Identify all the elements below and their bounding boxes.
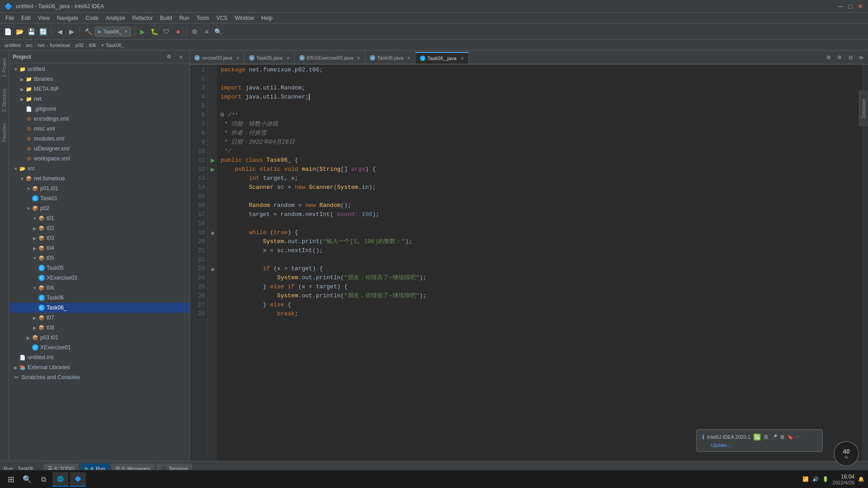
stop-button[interactable]: ■ — [173, 27, 183, 37]
breadcrumb-item-untitled[interactable]: untitled — [5, 42, 20, 48]
tree-item-t05[interactable]: ▼ 📦 t05 — [9, 253, 189, 263]
forward-button[interactable]: ▶ — [66, 27, 76, 37]
tree-toggle-t04[interactable]: ▶ — [32, 246, 38, 251]
fold-indicator-line19[interactable]: ◉ — [208, 228, 217, 237]
tab-close-exercise03[interactable]: ✕ — [236, 56, 240, 61]
tree-toggle-t05[interactable]: ▼ — [32, 256, 38, 261]
notifications-icon[interactable]: 🔔 — [858, 476, 864, 482]
menu-navigate[interactable]: Navigate — [53, 13, 82, 23]
tree-item-uidesigner[interactable]: ⚙ uiDesigner.xml — [9, 144, 189, 154]
menu-window[interactable]: Window — [231, 13, 258, 23]
project-collapse-button[interactable]: ≡ — [176, 52, 186, 62]
start-button[interactable]: ⊞ — [4, 472, 18, 487]
menu-code[interactable]: Code — [82, 13, 102, 23]
breadcrumb-item-net[interactable]: net — [38, 42, 45, 48]
tree-item-t07[interactable]: ▶ 📦 t07 — [9, 313, 189, 323]
minimize-button[interactable]: ─ — [837, 3, 844, 9]
run-indicator-line11[interactable]: ▶ — [208, 156, 217, 165]
tab-close-t05[interactable]: ✕ — [357, 56, 360, 61]
tree-item-meta-inf[interactable]: ▶ 📁 META-INF — [9, 84, 189, 94]
tab-exercise03[interactable]: J :ercise03.java ✕ — [190, 52, 245, 64]
tree-toggle-t01[interactable]: ▼ — [32, 216, 38, 221]
tree-item-task06-active[interactable]: C Task06_ — [9, 303, 189, 313]
menu-build[interactable]: Build — [156, 13, 176, 23]
tab-task05[interactable]: J Task05.java ✕ — [245, 52, 295, 64]
save-button[interactable]: 💾 — [26, 27, 36, 37]
split-editor-button[interactable]: ⊟ — [845, 52, 855, 62]
side-tab-project[interactable]: 1: Project — [1, 54, 8, 81]
tree-item-gitignore[interactable]: 📄 .gitignore — [9, 104, 189, 114]
tree-item-src[interactable]: ▼ 📂 src — [9, 164, 189, 174]
taskbar-browser[interactable]: 🌐 — [52, 472, 68, 487]
tree-item-t06[interactable]: ▼ 📦 t06 — [9, 283, 189, 293]
tree-item-misc[interactable]: ⚙ misc.xml — [9, 124, 189, 134]
tree-item-t04[interactable]: ▶ 📦 t04 — [9, 243, 189, 253]
side-tab-structure[interactable]: 2: Structure — [1, 87, 8, 114]
taskbar-intellij[interactable]: 🔷 — [70, 472, 86, 487]
popup-update-link[interactable]: Update... — [711, 442, 817, 448]
tree-item-ext-libs[interactable]: ▶ 📚 External Libraries — [9, 362, 189, 372]
breadcrumb-item-p02[interactable]: p02 — [75, 42, 84, 48]
build-button[interactable]: 🔨 — [83, 27, 93, 37]
tree-toggle-t03[interactable]: ▶ — [32, 236, 38, 241]
search-everywhere-button[interactable]: 🔍 — [213, 27, 223, 37]
debug-button[interactable]: 🐛 — [150, 27, 160, 37]
tree-item-task05[interactable]: C Task05 — [9, 263, 189, 273]
tab-close-task05[interactable]: ✕ — [286, 56, 290, 61]
tree-item-task06[interactable]: C Task06 — [9, 293, 189, 303]
project-settings-button[interactable]: ⚙ — [164, 52, 174, 62]
breadcrumb-item-fumeixue[interactable]: fumeixue — [50, 42, 70, 48]
tab-task06-active[interactable]: J Task06_.java ✕ — [415, 52, 468, 64]
editor-settings-button[interactable]: ⚙ — [835, 52, 844, 62]
menu-run[interactable]: Run — [176, 13, 193, 23]
update-project-button[interactable]: ▶ — [138, 27, 148, 37]
open-button[interactable]: 📂 — [14, 27, 24, 37]
menu-help[interactable]: Help — [258, 13, 276, 23]
tree-item-xexercise01[interactable]: C XExercise01 — [9, 343, 189, 352]
tree-toggle-net[interactable]: ▶ — [19, 97, 25, 102]
tree-item-t08[interactable]: ▶ 📦 t08 — [9, 323, 189, 333]
tree-item-t01[interactable]: ▼ 📦 t01 — [9, 213, 189, 223]
fold-indicator-line23[interactable]: ◉ — [208, 264, 217, 273]
tree-item-untitled-iml[interactable]: 📄 untitled.iml — [9, 352, 189, 362]
tree-item-workspace[interactable]: ⚙ workspace.xml — [9, 154, 189, 164]
tree-item-p03t01[interactable]: ▶ 📦 p03.t01 — [9, 333, 189, 343]
tree-item-p01t01[interactable]: ▼ 📦 p01.t01 — [9, 183, 189, 193]
tab-close-task06[interactable]: ✕ — [407, 56, 410, 61]
menu-vcs[interactable]: VCS — [213, 13, 231, 23]
close-button[interactable]: ✕ — [857, 3, 863, 9]
breadcrumb-item-task06[interactable]: Task06_ — [106, 42, 124, 48]
breadcrumb-item-t06[interactable]: t06 — [89, 42, 96, 48]
run-with-coverage-button[interactable]: 🛡 — [161, 27, 171, 37]
menu-edit[interactable]: Edit — [18, 13, 34, 23]
menu-tools[interactable]: Tools — [193, 13, 213, 23]
tab-close-task06-active[interactable]: ✕ — [460, 56, 464, 61]
tree-toggle-t02[interactable]: ▶ — [32, 226, 38, 231]
breadcrumb-item-src[interactable]: src — [26, 42, 33, 48]
tree-toggle-src[interactable]: ▼ — [13, 166, 19, 171]
sync-button[interactable]: 🔄 — [38, 27, 48, 37]
tree-toggle-t08[interactable]: ▶ — [32, 325, 38, 330]
sdk-config-button[interactable]: ⚙ — [190, 27, 200, 37]
structure-button[interactable]: ≡ — [202, 27, 212, 37]
tree-toggle-p03[interactable]: ▶ — [25, 335, 32, 340]
code-editor[interactable]: package net.fumeixue.p02.t06; import jav… — [217, 65, 863, 461]
side-tab-favorites[interactable]: Favorites — [1, 119, 8, 146]
menu-analyze[interactable]: Analyze — [102, 13, 129, 23]
tree-toggle-t07[interactable]: ▶ — [32, 315, 38, 320]
back-button[interactable]: ◀ — [55, 27, 65, 37]
menu-refactor[interactable]: Refactor — [129, 13, 156, 23]
tree-item-scratches[interactable]: ✏ Scratches and Consoles — [9, 372, 189, 382]
tree-toggle-meta[interactable]: ▶ — [19, 87, 25, 92]
tab-task06[interactable]: J Task06.java ✕ — [365, 52, 415, 64]
tree-item-encodings[interactable]: ⚙ encodings.xml — [9, 114, 189, 124]
menu-view[interactable]: View — [34, 13, 53, 23]
tree-item-libraries[interactable]: ▶ 📁 libraries — [9, 74, 189, 84]
run-config-dropdown[interactable]: ▶ Task06_ ▼ — [95, 27, 131, 37]
maximize-button[interactable]: □ — [847, 3, 854, 9]
tree-toggle-fumeixue[interactable]: ▼ — [19, 176, 25, 181]
tree-toggle-libraries[interactable]: ▶ — [19, 77, 25, 82]
tree-item-untitled[interactable]: ▼ 📁 untitled — [9, 64, 189, 74]
tree-toggle-p01[interactable]: ▼ — [25, 186, 32, 191]
tree-item-net[interactable]: ▶ 📁 net — [9, 94, 189, 104]
